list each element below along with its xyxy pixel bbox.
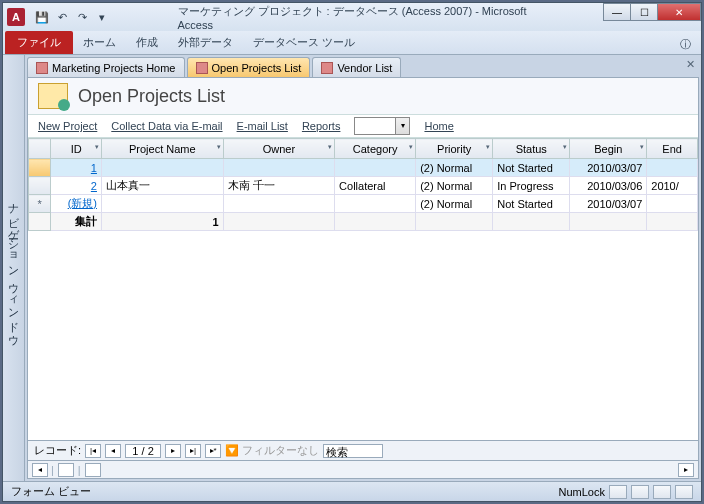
last-record-button[interactable]: ▸|: [185, 444, 201, 458]
minimize-button[interactable]: —: [603, 3, 631, 21]
reports-link[interactable]: Reports: [302, 120, 341, 132]
design-view-button[interactable]: [675, 485, 693, 499]
form-toolbar: New Project Collect Data via E-mail E-ma…: [28, 114, 698, 138]
tab-create[interactable]: 作成: [126, 31, 168, 54]
app-icon: A: [7, 8, 25, 26]
redo-icon[interactable]: ↷: [73, 8, 91, 26]
new-row-indicator[interactable]: *: [29, 195, 51, 213]
view-indicator-icon: [85, 463, 101, 477]
row-selector[interactable]: [29, 159, 51, 177]
numlock-label: NumLock: [559, 486, 605, 498]
filter-status: 🔽 フィルターなし: [225, 443, 319, 458]
home-link[interactable]: Home: [424, 120, 453, 132]
table-row[interactable]: 1 (2) Normal Not Started 2010/03/07: [29, 159, 698, 177]
form-bottom-bar: ◂ | | ▸: [28, 460, 698, 478]
view-mode-label: フォーム ビュー: [11, 484, 91, 499]
view-indicator-icon: [58, 463, 74, 477]
form-icon: [196, 62, 208, 74]
maximize-button[interactable]: ☐: [630, 3, 658, 21]
col-id[interactable]: ID▾: [51, 139, 102, 159]
navigation-pane-toggle[interactable]: ナビゲーション ウィンドウ: [3, 55, 25, 481]
col-name[interactable]: Project Name▾: [101, 139, 223, 159]
doc-tab-home[interactable]: Marketing Projects Home: [27, 57, 185, 77]
app-window: A 💾 ↶ ↷ ▾ マーケティング プロジェクト : データベース (Acces…: [2, 2, 702, 502]
doc-tab-open-projects[interactable]: Open Projects List: [187, 57, 311, 77]
window-title: マーケティング プロジェクト : データベース (Access 2007) - …: [178, 4, 527, 31]
document-tabs: Marketing Projects Home Open Projects Li…: [25, 55, 701, 77]
totals-row: 集計 1: [29, 213, 698, 231]
status-bar: フォーム ビュー NumLock: [3, 481, 701, 501]
scroll-right-button[interactable]: ▸: [678, 463, 694, 477]
form-icon: [321, 62, 333, 74]
prev-record-button[interactable]: ◂: [105, 444, 121, 458]
datasheet-view-button[interactable]: [631, 485, 649, 499]
first-record-button[interactable]: |◂: [85, 444, 101, 458]
col-end[interactable]: End: [647, 139, 698, 159]
save-icon[interactable]: 💾: [33, 8, 51, 26]
row-selector[interactable]: [29, 177, 51, 195]
quick-access-toolbar: 💾 ↶ ↷ ▾: [33, 8, 111, 26]
email-list-link[interactable]: E-mail List: [237, 120, 288, 132]
form-view-button[interactable]: [609, 485, 627, 499]
chevron-down-icon[interactable]: ▾: [395, 118, 409, 134]
table-row[interactable]: 2 山本真一 木南 千一 Collateral (2) Normal In Pr…: [29, 177, 698, 195]
new-record-button[interactable]: ▸*: [205, 444, 221, 458]
scroll-left-button[interactable]: ◂: [32, 463, 48, 477]
help-icon[interactable]: ⓘ: [676, 35, 695, 54]
record-navigator: レコード: |◂ ◂ 1 / 2 ▸ ▸| ▸* 🔽 フィルターなし 検索: [28, 440, 698, 460]
new-project-link[interactable]: New Project: [38, 120, 97, 132]
col-owner[interactable]: Owner▾: [223, 139, 335, 159]
reports-combo[interactable]: ▾: [354, 117, 410, 135]
col-priority[interactable]: Priority▾: [416, 139, 493, 159]
collect-data-link[interactable]: Collect Data via E-mail: [111, 120, 222, 132]
qat-more-icon[interactable]: ▾: [93, 8, 111, 26]
tab-file[interactable]: ファイル: [5, 31, 73, 54]
doc-tab-vendor[interactable]: Vendor List: [312, 57, 401, 77]
tab-external[interactable]: 外部データ: [168, 31, 243, 54]
layout-view-button[interactable]: [653, 485, 671, 499]
form-open-projects: Open Projects List New Project Collect D…: [27, 77, 699, 479]
undo-icon[interactable]: ↶: [53, 8, 71, 26]
tab-dbtools[interactable]: データベース ツール: [243, 31, 365, 54]
form-icon: [36, 62, 48, 74]
data-grid[interactable]: ID▾ Project Name▾ Owner▾ Category▾ Prior…: [28, 138, 698, 440]
titlebar: A 💾 ↶ ↷ ▾ マーケティング プロジェクト : データベース (Acces…: [3, 3, 701, 31]
record-position[interactable]: 1 / 2: [125, 444, 161, 458]
next-record-button[interactable]: ▸: [165, 444, 181, 458]
projects-icon: [38, 83, 68, 109]
ribbon: ファイル ホーム 作成 外部データ データベース ツール ⓘ: [3, 31, 701, 55]
select-all[interactable]: [29, 139, 51, 159]
new-row[interactable]: * (新規) (2) Normal Not Started 2010/03/07: [29, 195, 698, 213]
close-tab-icon[interactable]: ✕: [686, 58, 695, 71]
form-title: Open Projects List: [78, 86, 225, 107]
col-begin[interactable]: Begin▾: [570, 139, 647, 159]
close-button[interactable]: ✕: [657, 3, 701, 21]
col-category[interactable]: Category▾: [335, 139, 416, 159]
search-input[interactable]: 検索: [323, 444, 383, 458]
col-status[interactable]: Status▾: [493, 139, 570, 159]
tab-home[interactable]: ホーム: [73, 31, 126, 54]
